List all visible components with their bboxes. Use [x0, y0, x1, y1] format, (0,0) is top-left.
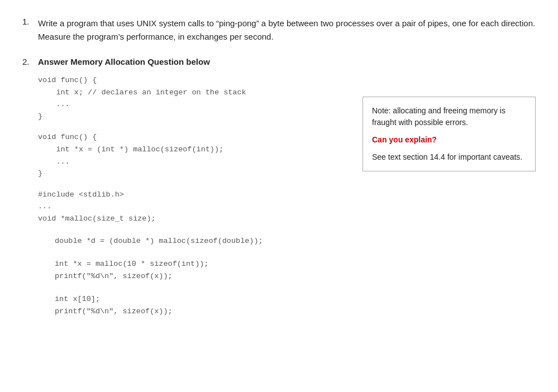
code-block-6: int x[10]; printf("%d\n", sizeof(x)); [38, 293, 536, 317]
question-2: 2. Answer Memory Allocation Question bel… [22, 57, 536, 329]
question-1-text: Write a program that uses UNIX system ca… [38, 17, 536, 44]
question-2-number: 2. [22, 57, 38, 329]
code-block-5: int *x = malloc(10 * sizeof(int)); print… [38, 258, 536, 282]
note-text-1: Note: allocating and freeing memory is f… [372, 105, 526, 128]
can-explain-text: Can you explain? [372, 134, 526, 146]
code-block-2: void func() { int *x = (int *) malloc(si… [38, 131, 346, 179]
code-block-1: void func() { int x; // declares an inte… [38, 74, 346, 122]
code-area-1: void func() { int x; // declares an inte… [38, 74, 536, 225]
code-column: void func() { int x; // declares an inte… [38, 74, 346, 225]
code-block-3: #include <stdlib.h> ... void *malloc(siz… [38, 189, 346, 225]
question-2-body: Answer Memory Allocation Question below … [38, 57, 536, 329]
question-2-title: Answer Memory Allocation Question below [38, 57, 536, 66]
question-1: 1. Write a program that uses UNIX system… [22, 17, 536, 44]
note-box: Note: allocating and freeing memory is f… [363, 97, 536, 171]
question-1-number: 1. [22, 17, 38, 44]
see-text: See text section 14.4 for important cave… [372, 151, 526, 163]
code-block-4: double *d = (double *) malloc(sizeof(dou… [38, 235, 536, 247]
main-content: 1. Write a program that uses UNIX system… [22, 17, 536, 329]
